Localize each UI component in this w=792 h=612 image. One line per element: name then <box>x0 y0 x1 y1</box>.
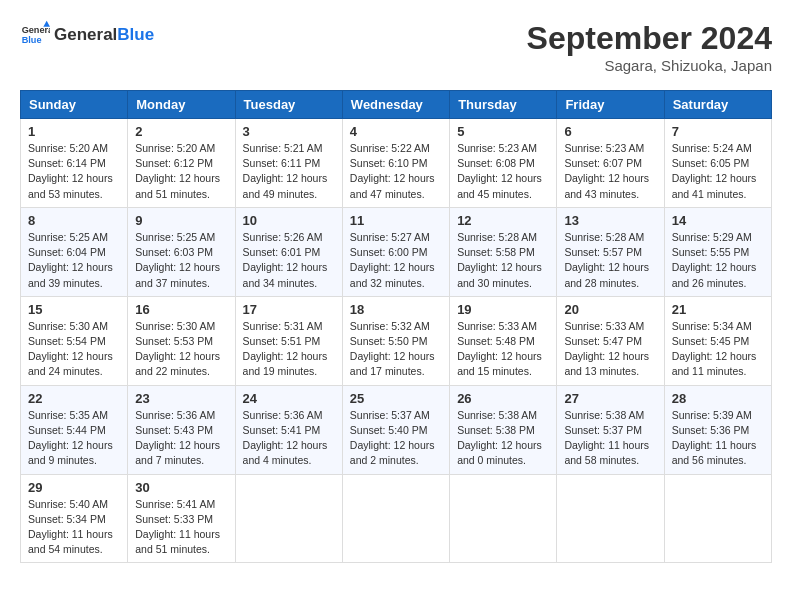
logo-general: General <box>54 25 117 44</box>
day-info: Sunrise: 5:31 AM Sunset: 5:51 PM Dayligh… <box>243 319 335 380</box>
day-number: 7 <box>672 124 764 139</box>
weekday-header-friday: Friday <box>557 91 664 119</box>
day-info: Sunrise: 5:33 AM Sunset: 5:48 PM Dayligh… <box>457 319 549 380</box>
calendar-cell: 18Sunrise: 5:32 AM Sunset: 5:50 PM Dayli… <box>342 296 449 385</box>
calendar-cell: 29Sunrise: 5:40 AM Sunset: 5:34 PM Dayli… <box>21 474 128 563</box>
calendar-header: SundayMondayTuesdayWednesdayThursdayFrid… <box>21 91 772 119</box>
day-info: Sunrise: 5:26 AM Sunset: 6:01 PM Dayligh… <box>243 230 335 291</box>
calendar-cell: 17Sunrise: 5:31 AM Sunset: 5:51 PM Dayli… <box>235 296 342 385</box>
day-number: 17 <box>243 302 335 317</box>
day-number: 28 <box>672 391 764 406</box>
day-number: 22 <box>28 391 120 406</box>
day-number: 1 <box>28 124 120 139</box>
day-number: 26 <box>457 391 549 406</box>
day-number: 12 <box>457 213 549 228</box>
weekday-header-wednesday: Wednesday <box>342 91 449 119</box>
calendar-cell: 27Sunrise: 5:38 AM Sunset: 5:37 PM Dayli… <box>557 385 664 474</box>
day-info: Sunrise: 5:24 AM Sunset: 6:05 PM Dayligh… <box>672 141 764 202</box>
calendar-cell: 7Sunrise: 5:24 AM Sunset: 6:05 PM Daylig… <box>664 119 771 208</box>
weekday-header-saturday: Saturday <box>664 91 771 119</box>
day-number: 21 <box>672 302 764 317</box>
day-info: Sunrise: 5:38 AM Sunset: 5:38 PM Dayligh… <box>457 408 549 469</box>
calendar-cell: 25Sunrise: 5:37 AM Sunset: 5:40 PM Dayli… <box>342 385 449 474</box>
calendar-cell: 4Sunrise: 5:22 AM Sunset: 6:10 PM Daylig… <box>342 119 449 208</box>
calendar-cell <box>557 474 664 563</box>
day-info: Sunrise: 5:21 AM Sunset: 6:11 PM Dayligh… <box>243 141 335 202</box>
calendar-cell: 22Sunrise: 5:35 AM Sunset: 5:44 PM Dayli… <box>21 385 128 474</box>
title-block: September 2024 Sagara, Shizuoka, Japan <box>527 20 772 74</box>
svg-text:Blue: Blue <box>22 35 42 45</box>
weekday-header-monday: Monday <box>128 91 235 119</box>
weekday-header-thursday: Thursday <box>450 91 557 119</box>
day-info: Sunrise: 5:23 AM Sunset: 6:07 PM Dayligh… <box>564 141 656 202</box>
day-number: 13 <box>564 213 656 228</box>
month-title: September 2024 <box>527 20 772 57</box>
day-info: Sunrise: 5:37 AM Sunset: 5:40 PM Dayligh… <box>350 408 442 469</box>
weekday-header-tuesday: Tuesday <box>235 91 342 119</box>
calendar-cell: 15Sunrise: 5:30 AM Sunset: 5:54 PM Dayli… <box>21 296 128 385</box>
day-info: Sunrise: 5:22 AM Sunset: 6:10 PM Dayligh… <box>350 141 442 202</box>
calendar-week-5: 29Sunrise: 5:40 AM Sunset: 5:34 PM Dayli… <box>21 474 772 563</box>
day-number: 6 <box>564 124 656 139</box>
day-number: 16 <box>135 302 227 317</box>
calendar-cell <box>450 474 557 563</box>
day-info: Sunrise: 5:28 AM Sunset: 5:57 PM Dayligh… <box>564 230 656 291</box>
calendar-cell: 23Sunrise: 5:36 AM Sunset: 5:43 PM Dayli… <box>128 385 235 474</box>
calendar-cell: 5Sunrise: 5:23 AM Sunset: 6:08 PM Daylig… <box>450 119 557 208</box>
day-number: 18 <box>350 302 442 317</box>
day-info: Sunrise: 5:33 AM Sunset: 5:47 PM Dayligh… <box>564 319 656 380</box>
day-number: 29 <box>28 480 120 495</box>
calendar-cell: 30Sunrise: 5:41 AM Sunset: 5:33 PM Dayli… <box>128 474 235 563</box>
calendar-cell: 6Sunrise: 5:23 AM Sunset: 6:07 PM Daylig… <box>557 119 664 208</box>
day-number: 23 <box>135 391 227 406</box>
day-number: 30 <box>135 480 227 495</box>
day-number: 9 <box>135 213 227 228</box>
day-info: Sunrise: 5:28 AM Sunset: 5:58 PM Dayligh… <box>457 230 549 291</box>
calendar: SundayMondayTuesdayWednesdayThursdayFrid… <box>20 90 772 563</box>
day-info: Sunrise: 5:20 AM Sunset: 6:12 PM Dayligh… <box>135 141 227 202</box>
day-info: Sunrise: 5:40 AM Sunset: 5:34 PM Dayligh… <box>28 497 120 558</box>
day-info: Sunrise: 5:27 AM Sunset: 6:00 PM Dayligh… <box>350 230 442 291</box>
calendar-cell: 14Sunrise: 5:29 AM Sunset: 5:55 PM Dayli… <box>664 207 771 296</box>
logo: General Blue GeneralBlue <box>20 20 154 50</box>
calendar-cell: 19Sunrise: 5:33 AM Sunset: 5:48 PM Dayli… <box>450 296 557 385</box>
day-number: 27 <box>564 391 656 406</box>
calendar-week-1: 1Sunrise: 5:20 AM Sunset: 6:14 PM Daylig… <box>21 119 772 208</box>
calendar-cell <box>235 474 342 563</box>
day-info: Sunrise: 5:35 AM Sunset: 5:44 PM Dayligh… <box>28 408 120 469</box>
calendar-cell <box>342 474 449 563</box>
calendar-week-2: 8Sunrise: 5:25 AM Sunset: 6:04 PM Daylig… <box>21 207 772 296</box>
day-info: Sunrise: 5:38 AM Sunset: 5:37 PM Dayligh… <box>564 408 656 469</box>
calendar-cell: 3Sunrise: 5:21 AM Sunset: 6:11 PM Daylig… <box>235 119 342 208</box>
day-number: 8 <box>28 213 120 228</box>
calendar-cell: 26Sunrise: 5:38 AM Sunset: 5:38 PM Dayli… <box>450 385 557 474</box>
calendar-cell: 13Sunrise: 5:28 AM Sunset: 5:57 PM Dayli… <box>557 207 664 296</box>
calendar-cell <box>664 474 771 563</box>
day-number: 14 <box>672 213 764 228</box>
day-info: Sunrise: 5:36 AM Sunset: 5:41 PM Dayligh… <box>243 408 335 469</box>
day-number: 10 <box>243 213 335 228</box>
calendar-cell: 21Sunrise: 5:34 AM Sunset: 5:45 PM Dayli… <box>664 296 771 385</box>
calendar-week-4: 22Sunrise: 5:35 AM Sunset: 5:44 PM Dayli… <box>21 385 772 474</box>
day-number: 25 <box>350 391 442 406</box>
day-info: Sunrise: 5:25 AM Sunset: 6:04 PM Dayligh… <box>28 230 120 291</box>
day-number: 4 <box>350 124 442 139</box>
day-number: 5 <box>457 124 549 139</box>
calendar-cell: 2Sunrise: 5:20 AM Sunset: 6:12 PM Daylig… <box>128 119 235 208</box>
day-info: Sunrise: 5:34 AM Sunset: 5:45 PM Dayligh… <box>672 319 764 380</box>
day-number: 15 <box>28 302 120 317</box>
location: Sagara, Shizuoka, Japan <box>527 57 772 74</box>
day-number: 24 <box>243 391 335 406</box>
day-info: Sunrise: 5:25 AM Sunset: 6:03 PM Dayligh… <box>135 230 227 291</box>
calendar-cell: 8Sunrise: 5:25 AM Sunset: 6:04 PM Daylig… <box>21 207 128 296</box>
weekday-header-sunday: Sunday <box>21 91 128 119</box>
weekday-row: SundayMondayTuesdayWednesdayThursdayFrid… <box>21 91 772 119</box>
calendar-week-3: 15Sunrise: 5:30 AM Sunset: 5:54 PM Dayli… <box>21 296 772 385</box>
calendar-cell: 16Sunrise: 5:30 AM Sunset: 5:53 PM Dayli… <box>128 296 235 385</box>
calendar-cell: 20Sunrise: 5:33 AM Sunset: 5:47 PM Dayli… <box>557 296 664 385</box>
day-info: Sunrise: 5:20 AM Sunset: 6:14 PM Dayligh… <box>28 141 120 202</box>
page-header: General Blue GeneralBlue September 2024 … <box>20 20 772 74</box>
calendar-cell: 11Sunrise: 5:27 AM Sunset: 6:00 PM Dayli… <box>342 207 449 296</box>
day-number: 19 <box>457 302 549 317</box>
day-info: Sunrise: 5:29 AM Sunset: 5:55 PM Dayligh… <box>672 230 764 291</box>
